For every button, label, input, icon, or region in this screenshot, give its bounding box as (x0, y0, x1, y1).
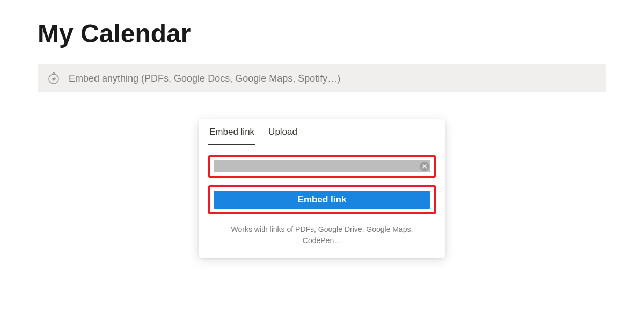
page-title: My Calendar (0, 0, 644, 48)
embed-url-input[interactable] (214, 160, 420, 172)
input-highlight-box (208, 155, 436, 178)
embed-placeholder-text: Embed anything (PDFs, Google Docs, Googl… (69, 73, 340, 84)
embed-popup: Embed link Upload Embed link Works with … (199, 119, 445, 258)
button-highlight-box: Embed link (208, 185, 436, 214)
compass-icon (47, 72, 60, 85)
tab-embed-link[interactable]: Embed link (208, 119, 255, 145)
popup-tabs: Embed link Upload (199, 119, 445, 145)
helper-text: Works with links of PDFs, Google Drive, … (208, 224, 436, 246)
tab-upload[interactable]: Upload (267, 119, 298, 145)
popup-body: Embed link Works with links of PDFs, Goo… (199, 145, 445, 258)
svg-marker-3 (52, 77, 56, 81)
input-row (214, 160, 430, 172)
embed-block[interactable]: Embed anything (PDFs, Google Docs, Googl… (38, 64, 606, 92)
clear-input-icon[interactable] (420, 162, 429, 171)
embed-link-button[interactable]: Embed link (214, 191, 430, 209)
